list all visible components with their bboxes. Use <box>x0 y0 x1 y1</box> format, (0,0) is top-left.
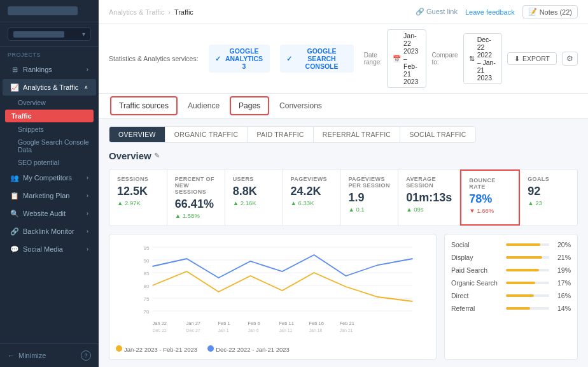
svg-text:90: 90 <box>144 258 150 264</box>
legend-primary: Jan-22 2023 - Feb-21 2023 <box>116 345 197 353</box>
tab-conversions[interactable]: Conversions <box>270 95 331 118</box>
source-pct: 21% <box>553 254 571 261</box>
sidebar-item-label: My Competitors <box>23 174 72 182</box>
metric-value: 01m:13s <box>406 191 452 205</box>
metric-bounce-rate: BOUNCE RATE 78% ▼ 1.66% <box>460 169 520 226</box>
sub-tab-social[interactable]: SOCIAL TRAFFIC <box>400 127 475 142</box>
traffic-sources-list: Social 20% Display 21% Paid Search 19% O… <box>451 241 571 312</box>
minimize-label: Minimize <box>18 352 46 359</box>
metric-change: ▲ 0.1 <box>348 206 390 213</box>
metric-change: ▲ 1.58% <box>175 212 217 219</box>
chart-container: 95 90 85 80 75 70 <box>109 234 437 360</box>
check-icon: ✓ <box>286 55 292 62</box>
metric-label: BOUNCE RATE <box>469 177 511 190</box>
source-row: Direct 16% <box>451 292 571 299</box>
edit-icon[interactable]: ✎ <box>154 152 160 160</box>
date-range-value: Jan-22 2023 – Feb-21 2023 <box>403 32 421 85</box>
compare-range-selector[interactable]: ⇅ Dec-22 2022 – Jan-21 2023 <box>463 33 502 84</box>
compare-label: Compare to: <box>431 52 458 66</box>
projects-section-label: PROJECTS <box>0 47 99 61</box>
nav-tabs: Traffic sources Audience Pages Conversio… <box>99 94 588 119</box>
sidebar-item-snippets[interactable]: Snippets <box>0 123 99 136</box>
source-bar-wrap <box>506 243 549 246</box>
tab-pages[interactable]: Pages <box>230 96 269 115</box>
project-dropdown[interactable]: ▾ <box>8 27 91 41</box>
service-label: GOOGLE ANALYTICS 3 <box>225 47 264 70</box>
feedback-link[interactable]: Leave feedback <box>465 8 515 16</box>
sidebar-item-competitors[interactable]: 👥 My Competitors › <box>3 169 96 186</box>
metric-change: ▲ 23 <box>528 199 570 206</box>
sidebar-item-gsc[interactable]: Google Search Console Data <box>0 136 99 156</box>
sidebar-item-social[interactable]: 💬 Social Media › <box>3 241 96 257</box>
help-icon[interactable]: ? <box>81 350 91 361</box>
chevron-icon: ∧ <box>84 84 88 90</box>
chevron-icon: › <box>87 246 88 252</box>
project-name <box>13 31 64 38</box>
source-bar <box>506 294 534 297</box>
metric-avg-session: AVERAGE SESSION 01m:13s ▲ 09s <box>398 169 460 226</box>
minimize-button[interactable]: ← Minimize ? <box>0 343 99 367</box>
sidebar-item-marketing[interactable]: 📋 Marketing Plan › <box>3 187 96 204</box>
export-button[interactable]: ⬇ EXPORT <box>507 52 557 65</box>
link-icon: 🔗 <box>416 8 426 15</box>
sidebar-item-overview[interactable]: Overview <box>0 96 99 109</box>
sidebar-item-label: Google Search Console Data <box>18 138 89 154</box>
sidebar-item-backlink[interactable]: 🔗 Backlink Monitor › <box>3 223 96 240</box>
project-selector[interactable]: ▾ <box>0 22 99 47</box>
source-name: Referral <box>451 305 502 312</box>
metric-change: ▲ 2.97K <box>117 199 159 206</box>
chevron-down-icon: ▾ <box>82 31 85 38</box>
metric-label: SESSIONS <box>117 176 159 182</box>
metric-goals: GOALS 92 ▲ 23 <box>520 169 577 226</box>
metric-pageviews-per-session: PAGEVIEWS PER SESSION 1.9 ▲ 0.1 <box>340 169 398 226</box>
metric-label: AVERAGE SESSION <box>406 176 452 189</box>
sidebar-item-rankings[interactable]: ⊞ Rankings › <box>3 61 96 78</box>
chevron-icon: › <box>87 66 88 73</box>
notes-button[interactable]: 📝 Notes (22) <box>522 5 578 18</box>
source-bar <box>506 282 535 284</box>
service-label: GOOGLE SEARCH CONSOLE <box>296 47 347 70</box>
breadcrumb: Analytics & Traffic › Traffic <box>109 8 193 16</box>
traffic-sources-panel: Social 20% Display 21% Paid Search 19% O… <box>444 234 578 360</box>
chevron-icon: › <box>87 175 88 181</box>
sub-tab-referral[interactable]: REFERRAL TRAFFIC <box>314 127 400 142</box>
metric-label: PAGEVIEWS <box>291 176 333 182</box>
chart-area: 95 90 85 80 75 70 <box>109 234 578 360</box>
settings-button[interactable]: ⚙ <box>562 52 578 66</box>
tab-traffic-sources[interactable]: Traffic sources <box>110 96 178 115</box>
source-row: Paid Search 19% <box>451 266 571 274</box>
google-analytics-button[interactable]: ✓ GOOGLE ANALYTICS 3 <box>209 45 270 73</box>
sidebar-item-label: Website Audit <box>23 210 66 217</box>
sidebar-item-traffic[interactable]: Traffic <box>5 110 94 122</box>
chevron-icon: › <box>87 210 88 217</box>
chevron-icon: › <box>87 192 88 199</box>
sidebar-item-label: Social Media <box>23 245 63 253</box>
guest-link[interactable]: 🔗 Guest link <box>416 8 458 16</box>
tab-audience[interactable]: Audience <box>179 95 228 118</box>
sidebar-item-analytics[interactable]: 📈 Analytics & Traffic ∧ <box>3 79 96 96</box>
main-content: Analytics & Traffic › Traffic 🔗 Guest li… <box>99 0 588 367</box>
sidebar-item-label: Snippets <box>18 126 44 133</box>
sidebar-item-audit[interactable]: 🔍 Website Audit › <box>3 205 96 222</box>
google-search-console-button[interactable]: ✓ GOOGLE SEARCH CONSOLE <box>280 45 353 73</box>
sub-tab-organic[interactable]: ORGANIC TRAFFIC <box>165 127 248 142</box>
sidebar-item-seo-potential[interactable]: SEO potential <box>0 156 99 169</box>
metric-value: 66.41% <box>175 198 217 211</box>
svg-text:Dec 27: Dec 27 <box>186 328 200 333</box>
content-area: OVERVIEW ORGANIC TRAFFIC PAID TRAFFIC RE… <box>99 119 588 367</box>
date-range-selector[interactable]: 📅 Jan-22 2023 – Feb-21 2023 <box>387 29 426 88</box>
social-icon: 💬 <box>10 245 19 254</box>
section-title: Overview ✎ <box>109 150 578 161</box>
source-bar <box>506 243 540 246</box>
source-row: Referral 14% <box>451 305 571 312</box>
svg-text:70: 70 <box>144 309 150 315</box>
source-pct: 16% <box>553 292 571 299</box>
sub-tabs: OVERVIEW ORGANIC TRAFFIC PAID TRAFFIC RE… <box>109 126 476 143</box>
sidebar-item-label: Overview <box>18 99 46 106</box>
sub-tab-overview[interactable]: OVERVIEW <box>109 127 165 142</box>
sub-tab-paid[interactable]: PAID TRAFFIC <box>248 127 313 142</box>
svg-text:Jan 6: Jan 6 <box>248 328 259 333</box>
source-pct: 17% <box>553 279 571 287</box>
source-name: Display <box>451 254 502 261</box>
svg-text:80: 80 <box>144 284 150 289</box>
